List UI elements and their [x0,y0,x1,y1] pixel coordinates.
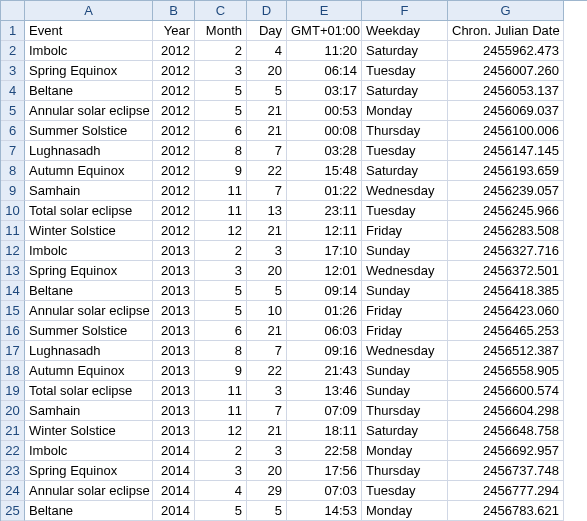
cell-A19[interactable]: Total solar eclipse [25,381,153,401]
cell-D12[interactable]: 3 [247,241,287,261]
cell-A2[interactable]: Imbolc [25,41,153,61]
cell-B5[interactable]: 2012 [153,101,195,121]
cell-B16[interactable]: 2013 [153,321,195,341]
cell-C4[interactable]: 5 [195,81,247,101]
cell-C25[interactable]: 5 [195,501,247,521]
cell-C21[interactable]: 12 [195,421,247,441]
cell-F14[interactable]: Sunday [362,281,448,301]
cell-A11[interactable]: Winter Solstice [25,221,153,241]
cell-D20[interactable]: 7 [247,401,287,421]
cell-E7[interactable]: 03:28 [287,141,362,161]
cell-F15[interactable]: Friday [362,301,448,321]
cell-A8[interactable]: Autumn Equinox [25,161,153,181]
cell-B10[interactable]: 2012 [153,201,195,221]
cell-E14[interactable]: 09:14 [287,281,362,301]
cell-D24[interactable]: 29 [247,481,287,501]
cell-B15[interactable]: 2013 [153,301,195,321]
row-header-22[interactable]: 22 [1,441,25,461]
cell-A7[interactable]: Lughnasadh [25,141,153,161]
cell-B8[interactable]: 2012 [153,161,195,181]
cell-B24[interactable]: 2014 [153,481,195,501]
col-header-G[interactable]: G [448,1,564,21]
cell-D16[interactable]: 21 [247,321,287,341]
cell-B13[interactable]: 2013 [153,261,195,281]
cell-A5[interactable]: Annular solar eclipse [25,101,153,121]
cell-F3[interactable]: Tuesday [362,61,448,81]
col-header-B[interactable]: B [153,1,195,21]
cell-E9[interactable]: 01:22 [287,181,362,201]
row-header-13[interactable]: 13 [1,261,25,281]
cell-A17[interactable]: Lughnasadh [25,341,153,361]
row-header-18[interactable]: 18 [1,361,25,381]
cell-A3[interactable]: Spring Equinox [25,61,153,81]
cell-G6[interactable]: 2456100.006 [448,121,564,141]
cell-F10[interactable]: Tuesday [362,201,448,221]
cell-F6[interactable]: Thursday [362,121,448,141]
row-header-10[interactable]: 10 [1,201,25,221]
cell-F23[interactable]: Thursday [362,461,448,481]
cell-A4[interactable]: Beltane [25,81,153,101]
cell-A9[interactable]: Samhain [25,181,153,201]
cell-C17[interactable]: 8 [195,341,247,361]
col-header-E[interactable]: E [287,1,362,21]
row-header-8[interactable]: 8 [1,161,25,181]
cell-D22[interactable]: 3 [247,441,287,461]
cell-D11[interactable]: 21 [247,221,287,241]
cell-C3[interactable]: 3 [195,61,247,81]
cell-E10[interactable]: 23:11 [287,201,362,221]
row-header-9[interactable]: 9 [1,181,25,201]
cell-D25[interactable]: 5 [247,501,287,521]
cell-D9[interactable]: 7 [247,181,287,201]
row-header-14[interactable]: 14 [1,281,25,301]
cell-A13[interactable]: Spring Equinox [25,261,153,281]
cell-G22[interactable]: 2456692.957 [448,441,564,461]
cell-D3[interactable]: 20 [247,61,287,81]
cell-G8[interactable]: 2456193.659 [448,161,564,181]
cell-B11[interactable]: 2012 [153,221,195,241]
cell-G1[interactable]: Chron. Julian Date [448,21,564,41]
cell-E23[interactable]: 17:56 [287,461,362,481]
cell-B9[interactable]: 2012 [153,181,195,201]
col-header-F[interactable]: F [362,1,448,21]
cell-B19[interactable]: 2013 [153,381,195,401]
cell-D8[interactable]: 22 [247,161,287,181]
row-header-1[interactable]: 1 [1,21,25,41]
cell-F4[interactable]: Saturday [362,81,448,101]
cell-C16[interactable]: 6 [195,321,247,341]
row-header-19[interactable]: 19 [1,381,25,401]
cell-G9[interactable]: 2456239.057 [448,181,564,201]
cell-D23[interactable]: 20 [247,461,287,481]
cell-F2[interactable]: Saturday [362,41,448,61]
cell-G4[interactable]: 2456053.137 [448,81,564,101]
cell-C23[interactable]: 3 [195,461,247,481]
cell-F1[interactable]: Weekday [362,21,448,41]
cell-E4[interactable]: 03:17 [287,81,362,101]
col-header-C[interactable]: C [195,1,247,21]
cell-G13[interactable]: 2456372.501 [448,261,564,281]
cell-E16[interactable]: 06:03 [287,321,362,341]
cell-E8[interactable]: 15:48 [287,161,362,181]
cell-G10[interactable]: 2456245.966 [448,201,564,221]
cell-C22[interactable]: 2 [195,441,247,461]
cell-G11[interactable]: 2456283.508 [448,221,564,241]
cell-G15[interactable]: 2456423.060 [448,301,564,321]
row-header-6[interactable]: 6 [1,121,25,141]
cell-A25[interactable]: Beltane [25,501,153,521]
cell-C14[interactable]: 5 [195,281,247,301]
cell-A24[interactable]: Annular solar eclipse [25,481,153,501]
cell-F21[interactable]: Saturday [362,421,448,441]
cell-D14[interactable]: 5 [247,281,287,301]
cell-B12[interactable]: 2013 [153,241,195,261]
cell-C2[interactable]: 2 [195,41,247,61]
cell-B3[interactable]: 2012 [153,61,195,81]
cell-A15[interactable]: Annular solar eclipse [25,301,153,321]
cell-B7[interactable]: 2012 [153,141,195,161]
cell-G18[interactable]: 2456558.905 [448,361,564,381]
cell-B22[interactable]: 2014 [153,441,195,461]
cell-D1[interactable]: Day [247,21,287,41]
cell-A14[interactable]: Beltane [25,281,153,301]
cell-F8[interactable]: Saturday [362,161,448,181]
cell-G14[interactable]: 2456418.385 [448,281,564,301]
row-header-4[interactable]: 4 [1,81,25,101]
row-header-2[interactable]: 2 [1,41,25,61]
